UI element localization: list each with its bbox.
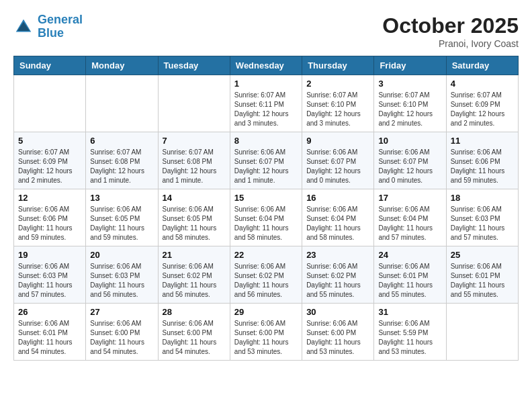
day-number: 10 [378, 136, 441, 146]
day-info: Sunrise: 6:06 AM Sunset: 6:05 PM Dayligh… [163, 205, 226, 242]
day-header-saturday: Saturday [446, 56, 518, 75]
day-info: Sunrise: 6:06 AM Sunset: 6:00 PM Dayligh… [163, 319, 226, 357]
calendar-day-28: 28Sunrise: 6:06 AM Sunset: 6:00 PM Dayli… [158, 304, 230, 361]
calendar-week-row: 19Sunrise: 6:06 AM Sunset: 6:03 PM Dayli… [14, 246, 519, 304]
day-number: 12 [18, 193, 81, 203]
day-info: Sunrise: 6:07 AM Sunset: 6:10 PM Dayligh… [306, 91, 369, 128]
day-header-sunday: Sunday [14, 56, 86, 75]
calendar-day-4: 4Sunrise: 6:07 AM Sunset: 6:09 PM Daylig… [446, 75, 518, 132]
logo-text: General Blue [38, 13, 83, 40]
day-number: 19 [18, 250, 81, 260]
calendar-day-17: 17Sunrise: 6:06 AM Sunset: 6:04 PM Dayli… [374, 189, 446, 246]
day-number: 2 [306, 79, 369, 89]
day-info: Sunrise: 6:07 AM Sunset: 6:09 PM Dayligh… [18, 148, 81, 185]
calendar-day-10: 10Sunrise: 6:06 AM Sunset: 6:07 PM Dayli… [374, 132, 446, 189]
day-info: Sunrise: 6:06 AM Sunset: 5:59 PM Dayligh… [378, 319, 441, 357]
calendar-day-19: 19Sunrise: 6:06 AM Sunset: 6:03 PM Dayli… [14, 246, 86, 304]
calendar-day-3: 3Sunrise: 6:07 AM Sunset: 6:10 PM Daylig… [374, 75, 446, 132]
day-info: Sunrise: 6:06 AM Sunset: 6:03 PM Dayligh… [451, 205, 514, 242]
day-info: Sunrise: 6:06 AM Sunset: 6:06 PM Dayligh… [18, 205, 81, 242]
day-info: Sunrise: 6:06 AM Sunset: 6:03 PM Dayligh… [18, 262, 81, 300]
calendar-day-18: 18Sunrise: 6:06 AM Sunset: 6:03 PM Dayli… [446, 189, 518, 246]
day-number: 8 [234, 136, 298, 146]
day-header-thursday: Thursday [302, 56, 374, 75]
calendar-empty-cell [14, 75, 86, 132]
calendar-day-24: 24Sunrise: 6:06 AM Sunset: 6:01 PM Dayli… [374, 246, 446, 304]
day-number: 20 [90, 250, 153, 260]
day-number: 25 [451, 250, 514, 260]
day-number: 15 [234, 193, 298, 203]
calendar-day-9: 9Sunrise: 6:06 AM Sunset: 6:07 PM Daylig… [302, 132, 374, 189]
day-info: Sunrise: 6:06 AM Sunset: 6:02 PM Dayligh… [163, 262, 226, 300]
calendar-day-15: 15Sunrise: 6:06 AM Sunset: 6:04 PM Dayli… [230, 189, 302, 246]
title-block: October 2025 Pranoi, Ivory Coast [382, 13, 519, 49]
day-info: Sunrise: 6:06 AM Sunset: 6:00 PM Dayligh… [90, 319, 153, 357]
day-number: 4 [451, 79, 514, 89]
calendar-week-row: 5Sunrise: 6:07 AM Sunset: 6:09 PM Daylig… [14, 132, 519, 189]
day-info: Sunrise: 6:07 AM Sunset: 6:08 PM Dayligh… [90, 148, 153, 185]
day-number: 3 [378, 79, 441, 89]
calendar-day-27: 27Sunrise: 6:06 AM Sunset: 6:00 PM Dayli… [86, 304, 158, 361]
calendar-day-13: 13Sunrise: 6:06 AM Sunset: 6:05 PM Dayli… [86, 189, 158, 246]
calendar-day-25: 25Sunrise: 6:06 AM Sunset: 6:01 PM Dayli… [446, 246, 518, 304]
day-info: Sunrise: 6:07 AM Sunset: 6:11 PM Dayligh… [234, 91, 298, 128]
calendar-empty-cell [86, 75, 158, 132]
calendar-day-2: 2Sunrise: 6:07 AM Sunset: 6:10 PM Daylig… [302, 75, 374, 132]
calendar-day-14: 14Sunrise: 6:06 AM Sunset: 6:05 PM Dayli… [158, 189, 230, 246]
calendar-empty-cell [158, 75, 230, 132]
day-info: Sunrise: 6:06 AM Sunset: 6:00 PM Dayligh… [234, 319, 298, 357]
day-info: Sunrise: 6:06 AM Sunset: 6:07 PM Dayligh… [306, 148, 369, 185]
day-number: 27 [90, 307, 153, 317]
calendar-day-29: 29Sunrise: 6:06 AM Sunset: 6:00 PM Dayli… [230, 304, 302, 361]
day-info: Sunrise: 6:06 AM Sunset: 6:04 PM Dayligh… [378, 205, 441, 242]
logo-icon [13, 17, 34, 37]
day-number: 26 [18, 307, 81, 317]
calendar-day-6: 6Sunrise: 6:07 AM Sunset: 6:08 PM Daylig… [86, 132, 158, 189]
page-header: General Blue October 2025 Pranoi, Ivory … [13, 13, 519, 49]
day-info: Sunrise: 6:06 AM Sunset: 6:06 PM Dayligh… [451, 148, 514, 185]
day-info: Sunrise: 6:06 AM Sunset: 6:01 PM Dayligh… [18, 319, 81, 357]
day-number: 13 [90, 193, 153, 203]
day-info: Sunrise: 6:06 AM Sunset: 6:04 PM Dayligh… [234, 205, 298, 242]
day-number: 31 [378, 307, 441, 317]
day-number: 16 [306, 193, 369, 203]
calendar-day-26: 26Sunrise: 6:06 AM Sunset: 6:01 PM Dayli… [14, 304, 86, 361]
day-number: 18 [451, 193, 514, 203]
day-info: Sunrise: 6:06 AM Sunset: 6:07 PM Dayligh… [234, 148, 298, 185]
calendar-day-20: 20Sunrise: 6:06 AM Sunset: 6:03 PM Dayli… [86, 246, 158, 304]
day-info: Sunrise: 6:06 AM Sunset: 6:02 PM Dayligh… [234, 262, 298, 300]
day-info: Sunrise: 6:06 AM Sunset: 6:03 PM Dayligh… [90, 262, 153, 300]
month-title: October 2025 [382, 13, 519, 38]
calendar-day-1: 1Sunrise: 6:07 AM Sunset: 6:11 PM Daylig… [230, 75, 302, 132]
calendar-table: SundayMondayTuesdayWednesdayThursdayFrid… [13, 56, 519, 361]
day-number: 11 [451, 136, 514, 146]
calendar-day-12: 12Sunrise: 6:06 AM Sunset: 6:06 PM Dayli… [14, 189, 86, 246]
day-number: 17 [378, 193, 441, 203]
calendar-day-30: 30Sunrise: 6:06 AM Sunset: 6:00 PM Dayli… [302, 304, 374, 361]
calendar-week-row: 12Sunrise: 6:06 AM Sunset: 6:06 PM Dayli… [14, 189, 519, 246]
calendar-day-23: 23Sunrise: 6:06 AM Sunset: 6:02 PM Dayli… [302, 246, 374, 304]
logo: General Blue [13, 13, 83, 40]
day-info: Sunrise: 6:06 AM Sunset: 6:04 PM Dayligh… [306, 205, 369, 242]
calendar-day-22: 22Sunrise: 6:06 AM Sunset: 6:02 PM Dayli… [230, 246, 302, 304]
day-header-monday: Monday [86, 56, 158, 75]
day-info: Sunrise: 6:07 AM Sunset: 6:08 PM Dayligh… [163, 148, 226, 185]
day-number: 24 [378, 250, 441, 260]
day-number: 5 [18, 136, 81, 146]
day-info: Sunrise: 6:07 AM Sunset: 6:09 PM Dayligh… [451, 91, 514, 128]
day-number: 1 [234, 79, 298, 89]
day-number: 30 [306, 307, 369, 317]
day-info: Sunrise: 6:06 AM Sunset: 6:07 PM Dayligh… [378, 148, 441, 185]
day-number: 28 [163, 307, 226, 317]
day-header-tuesday: Tuesday [158, 56, 230, 75]
day-number: 7 [163, 136, 226, 146]
day-info: Sunrise: 6:06 AM Sunset: 6:01 PM Dayligh… [378, 262, 441, 300]
calendar-week-row: 1Sunrise: 6:07 AM Sunset: 6:11 PM Daylig… [14, 75, 519, 132]
day-info: Sunrise: 6:06 AM Sunset: 6:02 PM Dayligh… [306, 262, 369, 300]
calendar-day-21: 21Sunrise: 6:06 AM Sunset: 6:02 PM Dayli… [158, 246, 230, 304]
day-number: 22 [234, 250, 298, 260]
calendar-empty-cell [446, 304, 518, 361]
day-number: 14 [163, 193, 226, 203]
day-header-friday: Friday [374, 56, 446, 75]
calendar-day-31: 31Sunrise: 6:06 AM Sunset: 5:59 PM Dayli… [374, 304, 446, 361]
